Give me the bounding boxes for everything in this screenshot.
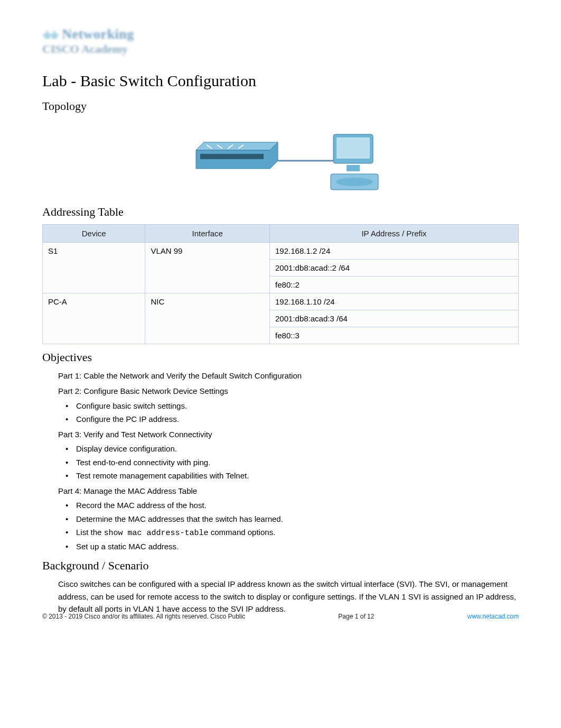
cell-iface: NIC <box>145 293 270 344</box>
obj-part4: Part 4: Manage the MAC Address Table <box>58 485 519 497</box>
cisco-logo: ·ılı·ılı· Networking CISCO Academy <box>42 26 519 56</box>
list-item: Configure the PC IP address. <box>66 413 519 425</box>
th-interface: Interface <box>145 225 270 243</box>
list-item: Set up a static MAC address. <box>66 540 519 552</box>
obj-part2: Part 2: Configure Basic Network Device S… <box>58 385 519 397</box>
table-row: S1 VLAN 99 192.168.1.2 /24 <box>43 243 519 260</box>
cell-device: PC-A <box>43 293 145 344</box>
logo-cisco-text: CISCO <box>42 42 79 56</box>
svg-rect-9 <box>336 137 370 159</box>
obj-part1: Part 1: Cable the Network and Verify the… <box>58 370 519 382</box>
cell-iface: VLAN 99 <box>145 243 270 293</box>
list-item: Display device configuration. <box>66 443 519 455</box>
obj-part3: Part 3: Verify and Test Network Connecti… <box>58 428 519 440</box>
cell-device: S1 <box>43 243 145 293</box>
topology-svg <box>175 118 386 192</box>
th-device: Device <box>43 225 145 243</box>
obj-part3-list: Display device configuration. Test end-t… <box>58 443 519 482</box>
list-item: Determine the MAC addresses that the swi… <box>66 513 519 525</box>
svg-rect-2 <box>200 154 264 159</box>
cell-addr: 192.168.1.10 /24 <box>270 293 519 310</box>
list-item-pre: List the <box>76 528 104 537</box>
page-footer: © 2013 - 2019 Cisco and/or its affiliate… <box>42 613 519 620</box>
cell-addr: fe80::2 <box>270 277 519 293</box>
list-item-cmd: show mac address-table <box>104 529 209 538</box>
addressing-table: Device Interface IP Address / Prefix S1 … <box>42 224 519 344</box>
cell-addr: 2001:db8:acad::2 /64 <box>270 260 519 277</box>
list-item-post: command options. <box>209 528 276 537</box>
list-item: Configure basic switch settings. <box>66 400 519 412</box>
page-title: Lab - Basic Switch Configuration <box>42 72 519 90</box>
svg-rect-10 <box>347 165 360 171</box>
section-objectives: Objectives <box>42 351 519 364</box>
cisco-bars-icon: ·ılı·ılı· <box>42 29 58 41</box>
objectives-body: Part 1: Cable the Network and Verify the… <box>42 370 519 552</box>
obj-part2-list: Configure basic switch settings. Configu… <box>58 400 519 426</box>
section-background: Background / Scenario <box>42 559 519 573</box>
th-ip: IP Address / Prefix <box>270 225 519 243</box>
section-topology: Topology <box>42 99 519 113</box>
footer-page-number: Page 1 of 12 <box>338 613 374 620</box>
logo-academy-text: Academy <box>81 42 128 56</box>
obj-part4-list: Record the MAC address of the host. Dete… <box>58 499 519 552</box>
footer-copyright: © 2013 - 2019 Cisco and/or its affiliate… <box>42 613 245 620</box>
section-addressing: Addressing Table <box>42 205 519 219</box>
table-row: PC-A NIC 192.168.1.10 /24 <box>43 293 519 310</box>
background-paragraph: Cisco switches can be configured with a … <box>58 578 519 615</box>
list-item: Record the MAC address of the host. <box>66 499 519 511</box>
logo-networking-text: Networking <box>62 26 134 42</box>
topology-diagram <box>42 118 519 195</box>
cell-addr: fe80::3 <box>270 327 519 344</box>
cell-addr: 2001:db8:acad:3 /64 <box>270 310 519 327</box>
list-item: Test remote management capabilities with… <box>66 469 519 482</box>
list-item: List the show mac address-table command … <box>66 526 519 539</box>
background-body: Cisco switches can be configured with a … <box>42 578 519 615</box>
svg-point-12 <box>336 178 373 186</box>
list-item: Test end-to-end connectivity with ping. <box>66 456 519 468</box>
cell-addr: 192.168.1.2 /24 <box>270 243 519 260</box>
footer-link[interactable]: www.netacad.com <box>467 613 519 620</box>
